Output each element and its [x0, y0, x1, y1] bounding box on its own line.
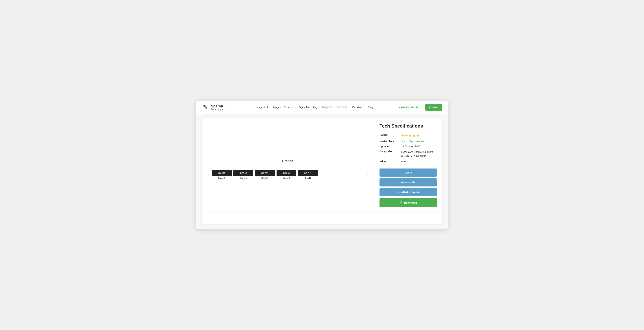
- price-label: Price:: [380, 160, 401, 163]
- rating-row: Rating: ★ ★ ★ ★ ★: [380, 132, 437, 139]
- content-card: Brands ‹ 210 X 50 Brand 6 210 X 50: [202, 118, 442, 224]
- navbar: Sparsh Technologies Magento 2 Magento Se…: [196, 101, 448, 114]
- content-spacer: [207, 123, 368, 156]
- brand-item-5: 210 X 50 Brand 5: [234, 170, 253, 179]
- categories-label: Categories:: [380, 150, 401, 153]
- brand-item-4: 210 X 50 Brand 4: [255, 170, 275, 179]
- brand-4-label: Brand 4: [262, 177, 268, 179]
- sparsh-logo-icon: [202, 104, 209, 111]
- contact-button[interactable]: Contact: [425, 104, 442, 111]
- nav-magento-services[interactable]: Magento Services: [273, 106, 294, 109]
- brand-2-label: Brand 2: [304, 177, 311, 179]
- download-label: Download: [404, 201, 417, 204]
- brands-section: Brands ‹ 210 X 50 Brand 6 210 X 50: [207, 159, 368, 179]
- carousel-prev-button[interactable]: ‹: [207, 172, 210, 177]
- brand-5-placeholder: 210 X 50: [234, 170, 253, 176]
- price-value: Free: [401, 160, 406, 163]
- brand-3-label: Brand 3: [283, 177, 290, 179]
- brand-6-placeholder: 210 X 50: [212, 170, 232, 176]
- brand-5-label: Brand 5: [240, 177, 246, 179]
- brands-divider: [207, 166, 368, 166]
- brand-item-2: 210 X 50 Brand 2: [298, 170, 318, 179]
- brand-3-placeholder: 210 X 50: [276, 170, 296, 176]
- nav-magento2-extensions[interactable]: Magento 2 Extensions: [322, 106, 347, 109]
- browser-window: Sparsh Technologies Magento 2 Magento Se…: [196, 101, 448, 230]
- updated-row: Updated: 19 October, 2020: [380, 144, 437, 149]
- brands-carousel: ‹ 210 X 50 Brand 6 210 X 50 Brand 5: [207, 170, 368, 179]
- phone-number[interactable]: +91-960-142-1472: [399, 106, 420, 109]
- updated-value: 19 October, 2020: [401, 145, 420, 148]
- spec-table: Rating: ★ ★ ★ ★ ★ Marketplace: Spars: [380, 132, 437, 164]
- nav-magento2[interactable]: Magento 2: [256, 106, 268, 109]
- star-5: ★: [416, 134, 420, 138]
- categories-value: Extensions, Marketing, CRM, SEO/SEM, Adv…: [401, 150, 437, 158]
- marketplace-row: Marketplace: Sparsh Technologies: [380, 139, 437, 144]
- main-content: Brands ‹ 210 X 50 Brand 6 210 X 50: [196, 114, 448, 230]
- bottom-next-button[interactable]: →: [325, 216, 332, 222]
- star-4: ★: [412, 134, 416, 138]
- nav-digital-marketing[interactable]: Digital Marketing: [298, 106, 317, 109]
- right-panel: Tech Specifications Rating: ★ ★ ★ ★ ★: [374, 118, 442, 213]
- tech-spec-title: Tech Specifications: [380, 123, 437, 129]
- brand-item-3: 210 X 50 Brand 3: [276, 170, 296, 179]
- bottom-prev-button[interactable]: ←: [312, 216, 319, 222]
- brand-4-placeholder: 210 X 50: [255, 170, 275, 176]
- demo-button[interactable]: Demo: [380, 168, 437, 176]
- nav-our-work[interactable]: Our Work: [352, 106, 363, 109]
- marketplace-value[interactable]: Sparsh Technologies: [401, 140, 424, 143]
- logo-subtitle: Technologies: [211, 108, 224, 111]
- bottom-nav: ← →: [202, 212, 442, 224]
- user-guide-button[interactable]: User Guide: [380, 178, 437, 186]
- brands-title: Brands: [207, 159, 368, 163]
- brands-items: 210 X 50 Brand 6 210 X 50 Brand 5 210 X …: [212, 170, 364, 179]
- left-panel: Brands ‹ 210 X 50 Brand 6 210 X 50: [202, 118, 374, 213]
- download-icon: ⬇: [400, 201, 402, 204]
- price-row: Price: Free: [380, 159, 437, 164]
- rating-stars: ★ ★ ★ ★ ★: [401, 134, 420, 138]
- two-col-layout: Brands ‹ 210 X 50 Brand 6 210 X 50: [202, 118, 442, 213]
- installation-guide-button[interactable]: Installation Guide: [380, 188, 437, 196]
- star-2: ★: [405, 134, 408, 138]
- carousel-next-button[interactable]: ›: [366, 172, 368, 177]
- marketplace-label: Marketplace:: [380, 140, 401, 143]
- rating-label: Rating:: [380, 134, 401, 136]
- star-1: ★: [401, 134, 404, 138]
- nav-links: Magento 2 Magento Services Digital Marke…: [236, 106, 394, 109]
- updated-label: Updated:: [380, 145, 401, 148]
- logo-text: Sparsh Technologies: [211, 104, 224, 111]
- brand-2-placeholder: 210 X 50: [298, 170, 318, 176]
- logo-area: Sparsh Technologies: [202, 104, 230, 111]
- nav-blog[interactable]: Blog: [368, 106, 373, 109]
- categories-row: Categories: Extensions, Marketing, CRM, …: [380, 149, 437, 159]
- action-buttons: Demo User Guide Installation Guide ⬇ Dow…: [380, 168, 437, 207]
- brand-6-label: Brand 6: [218, 177, 225, 179]
- brand-item-6: 210 X 50 Brand 6: [212, 170, 232, 179]
- download-button[interactable]: ⬇ Download: [380, 198, 437, 207]
- logo-name: Sparsh: [211, 104, 224, 108]
- star-3: ★: [408, 134, 412, 138]
